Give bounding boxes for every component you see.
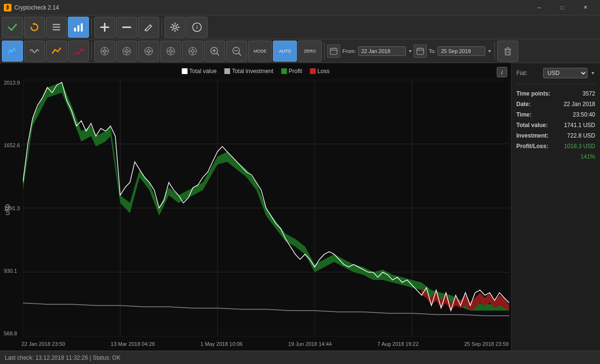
svg-text:Q: Q — [169, 50, 172, 54]
x-label-3: 19 Jun 2018 14:44 — [288, 341, 332, 347]
chart-type-wave-button[interactable] — [24, 41, 45, 62]
remove-button[interactable] — [116, 17, 137, 38]
maximize-button[interactable]: □ — [551, 0, 573, 15]
check-button[interactable] — [2, 17, 23, 38]
zero-button[interactable]: ZERO — [298, 41, 322, 62]
svg-marker-85 — [23, 82, 509, 310]
legend-loss-box — [310, 68, 316, 74]
svg-rect-2 — [53, 26, 60, 28]
zoom-day-button[interactable]: D — [94, 41, 115, 62]
total-value-label: Total value: — [516, 122, 548, 128]
svg-rect-3 — [53, 29, 60, 31]
legend-total-investment: Total investment — [224, 68, 273, 75]
titlebar: ₿ Cryptocheck 2.14 ─ □ ✕ — [0, 0, 600, 15]
fiat-row: Fiat: USD EUR BTC ETH — [516, 68, 595, 78]
total-value-row: Total value: 1741.1 USD — [516, 122, 595, 128]
date-value: 22 Jan 2018 — [564, 101, 595, 107]
y-label-4: 568.8 — [4, 331, 20, 336]
to-date-input[interactable] — [437, 46, 485, 56]
edit-button[interactable] — [138, 17, 159, 38]
to-calendar-icon[interactable] — [414, 44, 427, 58]
y-label-1: 1652.6 — [4, 142, 20, 148]
svg-rect-4 — [74, 28, 76, 32]
legend-total-value-box — [182, 68, 187, 74]
svg-text:W: W — [125, 50, 129, 53]
tools-button[interactable] — [164, 17, 185, 38]
main-area: Total value Total investment Profit Loss… — [0, 63, 600, 351]
minimize-button[interactable]: ─ — [528, 0, 550, 15]
chart-type-bar-button[interactable] — [68, 41, 89, 62]
auto-button[interactable]: AUTO — [273, 41, 297, 62]
side-panel: Fiat: USD EUR BTC ETH Time points: 3572 … — [512, 63, 600, 351]
y-label-0: 2013.9 — [4, 80, 20, 86]
svg-marker-87 — [591, 72, 594, 75]
legend-total-investment-box — [224, 68, 230, 74]
refresh-button[interactable] — [24, 17, 45, 38]
fiat-label: Fiat: — [516, 70, 540, 76]
chart-info-button[interactable]: i — [497, 67, 507, 77]
separator4 — [324, 43, 325, 60]
legend-loss-label: Loss — [317, 68, 329, 75]
close-button[interactable]: ✕ — [574, 0, 596, 15]
date-label: Date: — [516, 101, 531, 107]
svg-rect-6 — [81, 23, 83, 32]
zero-label: ZERO — [304, 49, 316, 54]
zoom-year-button[interactable]: Y — [182, 41, 203, 62]
separator5 — [494, 43, 495, 60]
chart-area: Total value Total investment Profit Loss… — [0, 63, 512, 351]
y-label-3: 930.1 — [4, 268, 20, 274]
x-axis: 22 Jan 2018 23:50 13 Mar 2018 04:28 1 Ma… — [22, 341, 509, 347]
zoom-in-button[interactable] — [204, 41, 225, 62]
svg-line-10 — [150, 25, 152, 26]
svg-rect-1 — [53, 24, 60, 25]
to-date-control: To: — [414, 44, 492, 58]
fiat-dropdown-icon — [590, 71, 595, 75]
time-value: 23:50:40 — [573, 111, 595, 118]
zoom-quarter-button[interactable]: Q — [160, 41, 181, 62]
legend-loss: Loss — [310, 68, 329, 75]
svg-rect-68 — [505, 49, 510, 55]
zoom-out-button[interactable] — [226, 41, 247, 62]
chart-legend: Total value Total investment Profit Loss — [182, 68, 329, 75]
svg-line-57 — [239, 53, 241, 55]
time-points-value: 3572 — [582, 90, 595, 97]
info-button[interactable]: i — [186, 17, 207, 38]
auto-label: AUTO — [279, 49, 291, 54]
delete-button[interactable] — [497, 41, 518, 62]
investment-row: Investment: 722.8 USD — [516, 132, 595, 139]
chart-button[interactable] — [68, 17, 89, 38]
profit-loss-pct: 141% — [580, 153, 595, 160]
fiat-select[interactable]: USD EUR BTC ETH — [543, 68, 588, 78]
svg-text:Y: Y — [192, 50, 194, 53]
svg-rect-15 — [8, 53, 16, 54]
list-button[interactable] — [46, 17, 67, 38]
add-button[interactable] — [94, 17, 115, 38]
window-controls: ─ □ ✕ — [528, 0, 596, 15]
from-date-control: From: — [327, 44, 413, 58]
x-label-0: 22 Jan 2018 23:50 — [22, 341, 65, 347]
x-label-4: 7 Aug 2018 19:22 — [377, 341, 418, 347]
app-icon: ₿ — [4, 4, 11, 11]
side-divider-1 — [516, 84, 595, 85]
svg-marker-0 — [33, 22, 34, 25]
app-title: Cryptocheck 2.14 — [14, 4, 528, 11]
svg-text:i: i — [196, 24, 197, 31]
legend-total-value-label: Total value — [189, 68, 217, 75]
svg-point-12 — [174, 26, 176, 29]
chart-type-line-button[interactable] — [2, 41, 23, 62]
svg-marker-62 — [409, 50, 412, 53]
zoom-week-button[interactable]: W — [116, 41, 137, 62]
zoom-month-button[interactable]: M — [138, 41, 159, 62]
legend-total-value: Total value — [182, 68, 217, 75]
profit-loss-value: 1018.3 USD — [564, 143, 595, 150]
from-calendar-icon[interactable] — [327, 44, 340, 58]
x-label-1: 13 Mar 2018 04:28 — [111, 341, 155, 347]
from-dropdown-icon — [408, 49, 413, 54]
mode-button[interactable]: MODE — [248, 41, 272, 62]
legend-profit-label: Profit — [289, 68, 302, 75]
chart-type-area-button[interactable] — [46, 41, 67, 62]
statusbar-text: Last check: 13.12.2018 11:32:26 | Status… — [5, 354, 120, 361]
separator2 — [162, 19, 162, 36]
x-label-2: 1 May 2018 10:06 — [200, 341, 242, 347]
from-date-input[interactable] — [358, 46, 406, 56]
